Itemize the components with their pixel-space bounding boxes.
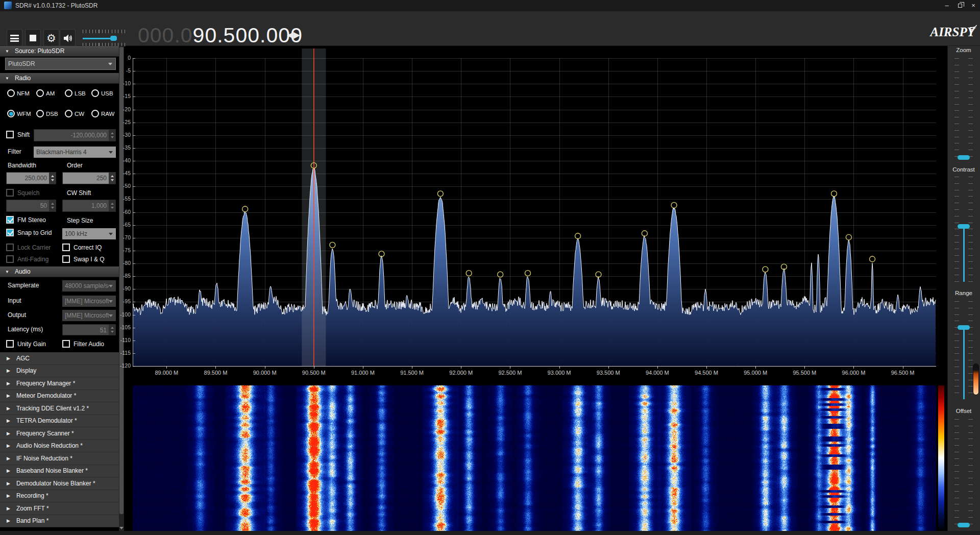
radio-section-header[interactable]: ▼Radio: [0, 73, 119, 84]
settings-button[interactable]: ⚙: [43, 29, 59, 47]
audio-section-header[interactable]: ▼Audio: [0, 266, 119, 277]
panel-agc[interactable]: ▶AGC: [0, 352, 119, 365]
source-device-value: PlutoSDR: [6, 60, 108, 67]
spinner-icon[interactable]: [49, 173, 56, 184]
minimize-button[interactable]: –: [942, 1, 951, 10]
filter-select[interactable]: Blackman-Harris 4: [34, 147, 116, 158]
waterfall-display[interactable]: [133, 385, 936, 531]
mode-nfm[interactable]: NFM: [7, 89, 30, 97]
fm-stereo-checkbox[interactable]: FM Stereo: [6, 216, 46, 224]
cw-shift-input[interactable]: 1,000: [62, 200, 116, 212]
source-device-select[interactable]: PlutoSDR: [5, 58, 116, 70]
bandwidth-input[interactable]: 250,000: [6, 172, 56, 184]
lock-carrier-checkbox[interactable]: Lock Carrier: [6, 244, 51, 251]
collapse-triangle-icon: ▼: [5, 76, 9, 81]
freq-tick-label: 89.500 M: [204, 370, 228, 376]
source-section-header[interactable]: ▼Source: PlutoSDR: [0, 46, 119, 57]
mode-label: AM: [46, 90, 55, 96]
step-size-value: 100 kHz: [62, 230, 109, 237]
correct-iq-checkbox[interactable]: Correct IQ: [62, 244, 102, 251]
mode-lsb[interactable]: LSB: [65, 89, 86, 97]
mode-wfm[interactable]: WFM: [7, 110, 31, 117]
stop-icon: [30, 35, 36, 41]
latency-input[interactable]: 51: [62, 324, 116, 335]
gear-icon: ⚙: [46, 33, 56, 43]
expand-triangle-icon: ▶: [7, 468, 10, 473]
checkbox-icon: [62, 340, 70, 348]
speaker-icon: [63, 34, 73, 43]
step-size-select[interactable]: 100 kHz: [62, 228, 116, 239]
slider-ticks: [968, 58, 973, 162]
mode-cw[interactable]: CW: [65, 110, 84, 117]
frequency-display[interactable]: 000.090.500.000: [138, 24, 303, 47]
audio-input-select[interactable]: [MME] Microsoft 声: [62, 296, 116, 307]
zoom-slider-thumb[interactable]: [958, 155, 970, 160]
spectrum-display[interactable]: [133, 48, 936, 369]
panel-label: Tracking DDE Client v1.2 *: [16, 405, 89, 412]
filter-audio-label: Filter Audio: [74, 341, 104, 348]
menu-button[interactable]: [7, 29, 22, 47]
radio-icon: [36, 110, 44, 117]
tune-step-buttons[interactable]: ◀▶: [287, 30, 300, 40]
shift-input[interactable]: -120,000,000: [34, 129, 116, 141]
signal-level-indicator: [973, 363, 979, 395]
panel-baseband-noise-blanker[interactable]: ▶Baseband Noise Blanker *: [0, 465, 119, 478]
squelch-input[interactable]: 50: [6, 200, 56, 212]
offset-slider-thumb[interactable]: [958, 523, 970, 527]
panel-recording[interactable]: ▶Recording *: [0, 490, 119, 503]
audio-input-value: [MME] Microsoft 声: [62, 297, 109, 306]
anti-fading-checkbox[interactable]: Anti-Fading: [6, 255, 48, 263]
zoom-slider[interactable]: [954, 58, 973, 162]
spinner-icon[interactable]: [49, 200, 56, 211]
order-value: 250: [63, 173, 109, 184]
panel-meteor-demodulator[interactable]: ▶Meteor Demodulator *: [0, 390, 119, 403]
panel-frequency-scanner[interactable]: ▶Frequency Scanner *: [0, 427, 119, 440]
radio-icon: [91, 110, 99, 117]
db-tick-label: -35: [110, 144, 131, 151]
samplerate-select[interactable]: 48000 sample/sec: [62, 280, 116, 291]
unity-gain-checkbox[interactable]: Unity Gain: [6, 340, 46, 348]
panel-audio-noise-reduction[interactable]: ▶Audio Noise Reduction *: [0, 440, 119, 453]
mute-button[interactable]: [60, 29, 76, 47]
panel-zoom-fft[interactable]: ▶Zoom FFT *: [0, 502, 119, 515]
squelch-checkbox[interactable]: Squelch: [6, 189, 39, 197]
range-slider-thumb[interactable]: [958, 325, 970, 330]
scrollbar-down-arrow-icon[interactable]: [119, 527, 124, 529]
panel-display[interactable]: ▶Display: [0, 365, 119, 378]
slider-ticks: [954, 58, 959, 162]
contrast-slider-thumb[interactable]: [958, 224, 970, 229]
order-input[interactable]: 250: [62, 172, 116, 184]
panel-band-plan[interactable]: ▶Band Plan *: [0, 515, 119, 528]
db-tick-label: -15: [110, 93, 131, 99]
volume-slider[interactable]: [81, 29, 132, 48]
volume-thumb[interactable]: [110, 36, 117, 41]
snap-to-grid-checkbox[interactable]: Snap to Grid: [6, 229, 52, 236]
checkbox-icon: [6, 340, 14, 348]
expand-triangle-icon: ▶: [7, 406, 10, 411]
panel-if-noise-reduction[interactable]: ▶IF Noise Reduction *: [0, 452, 119, 465]
stop-button[interactable]: [25, 29, 41, 47]
panel-demodulator-noise-blanker[interactable]: ▶Demodulator Noise Blanker *: [0, 477, 119, 490]
mode-am[interactable]: AM: [36, 89, 55, 97]
range-slider[interactable]: [954, 301, 973, 399]
audio-output-select[interactable]: [MME] Microsoft 声: [62, 310, 116, 321]
restore-button[interactable]: [955, 1, 965, 10]
panel-label: Zoom FFT *: [16, 505, 49, 512]
scrollbar-thumb[interactable]: [119, 47, 124, 514]
offset-slider-label: Offset: [947, 408, 980, 414]
panel-tetra-demodulator[interactable]: ▶TETRA Demodulator *: [0, 415, 119, 428]
db-tick-label: -40: [110, 157, 131, 163]
close-button[interactable]: ×: [969, 1, 978, 10]
filter-audio-checkbox[interactable]: Filter Audio: [62, 340, 104, 348]
slider-ticks: [954, 419, 959, 528]
panel-tracking-dde-client[interactable]: ▶Tracking DDE Client v1.2 *: [0, 402, 119, 415]
swap-iq-checkbox[interactable]: Swap I & Q: [62, 255, 105, 263]
offset-slider[interactable]: [954, 419, 973, 528]
db-tick-label: 0: [110, 55, 131, 61]
mode-dsb[interactable]: DSB: [36, 110, 58, 117]
slider-ticks: [968, 177, 973, 282]
shift-checkbox[interactable]: Shift: [6, 131, 30, 138]
contrast-slider[interactable]: [954, 177, 973, 282]
radio-selected-icon: [7, 110, 15, 117]
panel-frequency-manager[interactable]: ▶Frequency Manager *: [0, 377, 119, 390]
